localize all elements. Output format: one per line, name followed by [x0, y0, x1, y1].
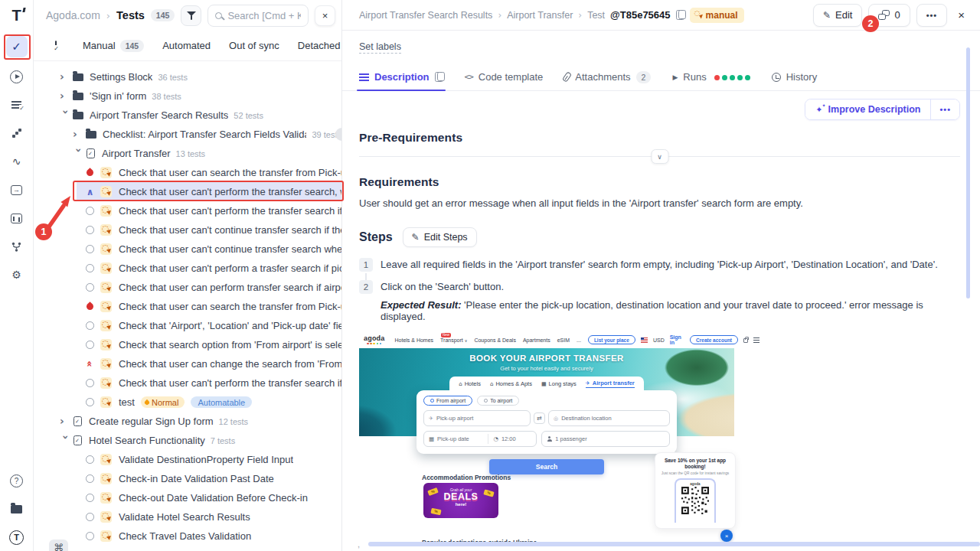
sidebar-item-tests[interactable]: ✓	[6, 36, 28, 57]
manual-count-badge: 145	[120, 40, 145, 52]
tree-test[interactable]: Check that user can't continue transfer …	[34, 240, 341, 259]
sidebar-item-settings[interactable]: ⚙	[6, 266, 28, 284]
collapse-section-button[interactable]: ∨	[651, 149, 668, 164]
sidebar-item-milestones[interactable]	[6, 124, 28, 142]
help-button[interactable]: ?	[6, 471, 28, 490]
tree-test[interactable]: Check that user can't perform a trasfer …	[34, 259, 341, 278]
manual-test-icon	[100, 205, 112, 217]
filter-out-of-sync[interactable]: Out of sync	[229, 40, 279, 51]
priority-none-icon	[84, 245, 96, 253]
radio-on-icon	[430, 399, 434, 403]
tree-test[interactable]: testNormalAutomatable	[34, 393, 341, 412]
tree-test[interactable]: «Check that user can change the search f…	[34, 354, 341, 373]
tree-test[interactable]: Check that user can't continue transfer …	[34, 220, 341, 240]
tab-code-template[interactable]: <>Code template	[465, 64, 544, 90]
tree-folder[interactable]: ›Checklist: Airport Transfer Search Fiel…	[34, 125, 341, 144]
tree-test[interactable]: Check that search option from 'From airp…	[34, 335, 341, 354]
sidebar-item-test-plans[interactable]	[6, 96, 28, 114]
breadcrumb-tests[interactable]: Tests	[116, 9, 145, 21]
close-panel-button[interactable]: ×	[315, 5, 335, 26]
tab-history[interactable]: History	[772, 64, 817, 90]
sidebar-item-activity[interactable]: ∿	[6, 152, 28, 171]
detail-breadcrumb-suite[interactable]: Airport Transfer Search Results	[359, 10, 492, 21]
sidebar-item-integrations[interactable]	[6, 237, 28, 256]
bulk-select-icon[interactable]	[55, 41, 57, 51]
sidebar-item-runs[interactable]	[6, 67, 28, 86]
tab-runs[interactable]: ▶Runs	[672, 64, 750, 90]
folder-icon	[73, 112, 83, 119]
account-avatar[interactable]: T	[6, 528, 28, 546]
tree-test[interactable]: Validate DestinationProperty Field Input	[34, 450, 341, 469]
tree-test-selected[interactable]: ∧Check that user can't perform the trans…	[34, 182, 341, 201]
chevron-right-icon[interactable]: ›	[73, 128, 84, 140]
breadcrumb-project[interactable]: Agoda.com	[46, 9, 100, 21]
breadcrumb-separator: ›	[578, 10, 582, 21]
chevron-down-icon[interactable]: ›	[73, 148, 85, 159]
tree-test[interactable]: Validate Hotel Search Results	[34, 507, 341, 527]
vertical-scrollbar[interactable]	[966, 47, 970, 298]
copy-id-icon[interactable]	[676, 10, 684, 20]
chevron-right-icon[interactable]: ›	[60, 90, 71, 102]
pre-requirements-heading: Pre-Requirements	[359, 131, 960, 145]
step-text: Click on the 'Search' button.	[381, 280, 504, 294]
search-box[interactable]	[207, 5, 309, 27]
detail-tabs: Description <>Code template Attachments2…	[342, 64, 980, 91]
edit-steps-button[interactable]: ✎Edit Steps	[403, 227, 477, 247]
tree-test[interactable]: Check that user can't perform the transf…	[34, 373, 341, 393]
tree-test[interactable]: Check that user can't perform the transf…	[34, 201, 341, 220]
tree-suite[interactable]: ›Hotel Search Functionality7 tests	[34, 431, 341, 450]
chevron-right-icon[interactable]: ›	[60, 70, 71, 83]
test-id: @T85e75645	[610, 9, 670, 21]
detail-breadcrumb-test: Test	[587, 10, 605, 21]
play-icon: ▶	[672, 73, 678, 81]
projects-button[interactable]	[6, 500, 28, 518]
tree-folder[interactable]: ›'Sign in' form38 tests	[34, 86, 341, 106]
app-logo[interactable]: T	[11, 6, 21, 26]
filter-detached[interactable]: Detached	[298, 40, 341, 51]
currency-label: USD	[653, 337, 665, 343]
horizontal-scrollbar[interactable]	[368, 542, 980, 546]
detail-breadcrumb-subsuite[interactable]: Airport Transfer	[507, 10, 573, 21]
tests-panel-header: Agoda.com › Tests 145 ×	[34, 0, 341, 31]
copy-description-icon[interactable]	[435, 72, 443, 82]
tree-test[interactable]: Check-in Date Validation Past Date	[34, 469, 341, 488]
date-time-input: ▦Pick-up date ◔12:00	[423, 431, 537, 447]
tree-folder[interactable]: ›Airport Transfer Search Results52 tests	[34, 106, 341, 125]
tree-test[interactable]: Check Travel Dates Validation	[34, 527, 341, 546]
filter-manual[interactable]: Manual145	[83, 40, 144, 52]
priority-none-icon	[84, 474, 96, 483]
close-detail-button[interactable]: ×	[953, 5, 969, 24]
comments-button[interactable]: 0	[868, 4, 910, 27]
edit-button[interactable]: ✎Edit	[813, 4, 862, 27]
improve-description-button[interactable]: ✦Improve Description	[805, 99, 930, 119]
filter-automated[interactable]: Automated	[162, 40, 211, 51]
sidebar-item-import[interactable]: →	[6, 181, 28, 199]
tree-test[interactable]: Check that user can perform transfer sea…	[34, 278, 341, 297]
tree-test[interactable]: Check that user can search the transfer …	[34, 297, 341, 316]
list-your-place-button: List your place	[588, 335, 635, 344]
tab-description[interactable]: Description	[359, 64, 443, 90]
set-labels-link[interactable]: Set labels	[359, 41, 401, 54]
more-button[interactable]: •••	[916, 4, 948, 27]
nav-apartments: Apartments	[523, 337, 550, 343]
tree-test[interactable]: Check that user can search the transfer …	[34, 163, 341, 182]
command-key-icon[interactable]: ⌘	[49, 540, 68, 551]
step-text: Leave all required fields in the 'Airpor…	[381, 258, 938, 272]
tree-suite[interactable]: ›Create regular Sign Up form12 tests	[34, 412, 341, 431]
tree-test[interactable]: Check that 'Airport', 'Location' and 'Pi…	[34, 316, 341, 335]
chevron-down-icon[interactable]: ›	[60, 109, 72, 121]
chevron-down-icon[interactable]: ›	[60, 435, 72, 446]
from-airport-pill: From airport	[423, 396, 472, 406]
tab-attachments[interactable]: Attachments2	[564, 64, 651, 90]
filter-button[interactable]	[181, 5, 201, 26]
sidebar-item-analytics[interactable]	[6, 209, 28, 227]
priority-highest-icon	[84, 303, 96, 310]
pencil-icon: ✎	[823, 10, 831, 21]
improve-more-button[interactable]: •••	[930, 99, 959, 119]
search-input[interactable]	[227, 10, 301, 21]
tree-folder[interactable]: ›Settings Block36 tests	[34, 67, 341, 86]
manual-test-icon	[100, 320, 112, 331]
tree-suite[interactable]: ›Airport Transfer13 tests	[34, 144, 341, 163]
chevron-right-icon[interactable]: ›	[60, 415, 71, 427]
tree-test[interactable]: Check-out Date Validation Before Check-i…	[34, 488, 341, 507]
